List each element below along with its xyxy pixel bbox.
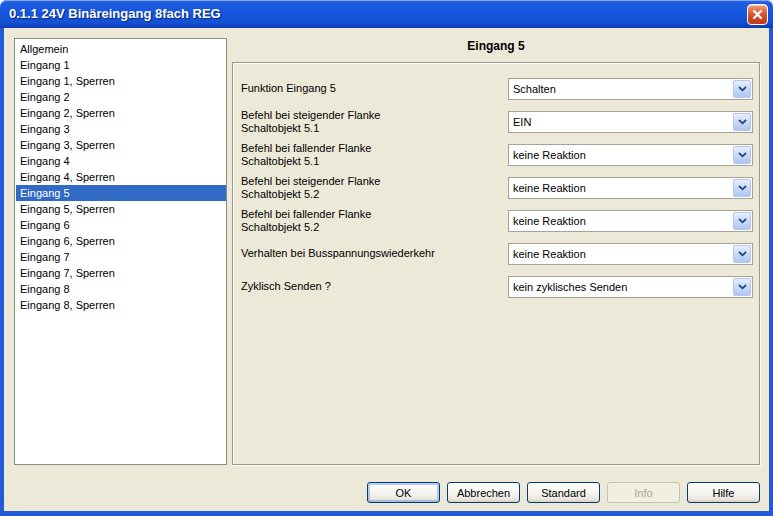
- parameter-label-line: Befehl bei fallender Flanke: [241, 142, 498, 155]
- dropdown-value: keine Reaktion: [509, 178, 752, 198]
- parameter-row: Befehl bei fallender FlankeSchaltobjekt …: [241, 204, 753, 237]
- dropdown-button[interactable]: [733, 80, 751, 98]
- parameter-label-line: Zyklisch Senden ?: [241, 280, 498, 293]
- parameter-label: Befehl bei fallender FlankeSchaltobjekt …: [241, 142, 508, 168]
- parameter-label-line: Schaltobjekt 5.1: [241, 122, 498, 135]
- dropdown-value: keine Reaktion: [509, 145, 752, 165]
- chevron-down-icon: [738, 284, 747, 290]
- dropdown-button[interactable]: [733, 113, 751, 131]
- parameter-row: Befehl bei steigender FlankeSchaltobjekt…: [241, 171, 753, 204]
- sidebar-item-eingang-3-sperren[interactable]: Eingang 3, Sperren: [16, 137, 226, 153]
- parameter-label-line: Befehl bei steigender Flanke: [241, 109, 498, 122]
- parameter-row: Zyklisch Senden ?kein zyklisches Senden: [241, 270, 753, 303]
- dropdown-value: keine Reaktion: [509, 244, 752, 264]
- cancel-button[interactable]: Abbrechen: [447, 482, 520, 503]
- chevron-down-icon: [738, 185, 747, 191]
- dialog-client-area: AllgemeinEingang 1Eingang 1, SperrenEing…: [4, 28, 769, 511]
- parameter-label: Befehl bei fallender FlankeSchaltobjekt …: [241, 208, 508, 234]
- sidebar-item-eingang-7[interactable]: Eingang 7: [16, 249, 226, 265]
- parameter-dropdown[interactable]: kein zyklisches Senden: [508, 276, 753, 298]
- parameter-label-line: Schaltobjekt 5.2: [241, 188, 498, 201]
- parameter-dropdown[interactable]: keine Reaktion: [508, 210, 753, 232]
- parameter-dropdown[interactable]: EIN: [508, 111, 753, 133]
- dropdown-button[interactable]: [733, 278, 751, 296]
- dropdown-value: keine Reaktion: [509, 211, 752, 231]
- parameter-dropdown[interactable]: keine Reaktion: [508, 144, 753, 166]
- parameter-row: Funktion Eingang 5Schalten: [241, 72, 753, 105]
- parameter-label: Zyklisch Senden ?: [241, 280, 508, 293]
- parameter-label-line: Funktion Eingang 5: [241, 82, 498, 95]
- sidebar-item-eingang-3[interactable]: Eingang 3: [16, 121, 226, 137]
- dialog-window: 0.1.1 24V Binäreingang 8fach REG Allgeme…: [0, 0, 773, 516]
- dropdown-button[interactable]: [733, 245, 751, 263]
- standard-button[interactable]: Standard: [527, 482, 600, 503]
- parameter-label-line: Schaltobjekt 5.2: [241, 221, 498, 234]
- parameter-dropdown[interactable]: Schalten: [508, 78, 753, 100]
- parameters-groupbox: Funktion Eingang 5SchaltenBefehl bei ste…: [232, 62, 760, 465]
- sidebar-item-eingang-2-sperren[interactable]: Eingang 2, Sperren: [16, 105, 226, 121]
- dropdown-button[interactable]: [733, 212, 751, 230]
- parameter-row: Verhalten bei Busspannungswiederkehrkein…: [241, 237, 753, 270]
- sidebar-item-eingang-4[interactable]: Eingang 4: [16, 153, 226, 169]
- parameter-label-line: Verhalten bei Busspannungswiederkehr: [241, 247, 498, 260]
- chevron-down-icon: [738, 251, 747, 257]
- close-button[interactable]: [747, 4, 768, 25]
- close-icon: [752, 9, 763, 20]
- dropdown-button[interactable]: [733, 146, 751, 164]
- sidebar-item-eingang-8-sperren[interactable]: Eingang 8, Sperren: [16, 297, 226, 313]
- help-button[interactable]: Hilfe: [687, 482, 760, 503]
- sidebar-item-eingang-5-sperren[interactable]: Eingang 5, Sperren: [16, 201, 226, 217]
- title-bar[interactable]: 0.1.1 24V Binäreingang 8fach REG: [0, 0, 773, 28]
- sidebar-item-eingang-5[interactable]: Eingang 5: [16, 185, 226, 201]
- parameter-label: Befehl bei steigender FlankeSchaltobjekt…: [241, 175, 508, 201]
- parameter-label: Verhalten bei Busspannungswiederkehr: [241, 247, 508, 260]
- sidebar-item-allgemein[interactable]: Allgemein: [16, 41, 226, 57]
- sidebar-item-eingang-6-sperren[interactable]: Eingang 6, Sperren: [16, 233, 226, 249]
- dropdown-value: EIN: [509, 112, 752, 132]
- sidebar-item-eingang-4-sperren[interactable]: Eingang 4, Sperren: [16, 169, 226, 185]
- parameter-label: Funktion Eingang 5: [241, 82, 508, 95]
- footer-button-row: OKAbbrechenStandardInfoHilfe: [367, 482, 760, 503]
- chevron-down-icon: [738, 152, 747, 158]
- parameter-label: Befehl bei steigender FlankeSchaltobjekt…: [241, 109, 508, 135]
- window-title: 0.1.1 24V Binäreingang 8fach REG: [9, 0, 221, 28]
- sidebar-item-eingang-6[interactable]: Eingang 6: [16, 217, 226, 233]
- chevron-down-icon: [738, 119, 747, 125]
- dropdown-value: Schalten: [509, 79, 752, 99]
- parameter-row: Befehl bei fallender FlankeSchaltobjekt …: [241, 138, 753, 171]
- page-title: Eingang 5: [232, 39, 760, 53]
- sidebar-item-eingang-7-sperren[interactable]: Eingang 7, Sperren: [16, 265, 226, 281]
- dropdown-value: kein zyklisches Senden: [509, 277, 752, 297]
- parameter-page-list: AllgemeinEingang 1Eingang 1, SperrenEing…: [14, 38, 227, 465]
- sidebar-item-eingang-1-sperren[interactable]: Eingang 1, Sperren: [16, 73, 226, 89]
- parameter-label-line: Befehl bei steigender Flanke: [241, 175, 498, 188]
- dropdown-button[interactable]: [733, 179, 751, 197]
- sidebar-item-eingang-8[interactable]: Eingang 8: [16, 281, 226, 297]
- chevron-down-icon: [738, 86, 747, 92]
- ok-button[interactable]: OK: [367, 482, 440, 503]
- parameter-row: Befehl bei steigender FlankeSchaltobjekt…: [241, 105, 753, 138]
- sidebar-item-eingang-1[interactable]: Eingang 1: [16, 57, 226, 73]
- sidebar-item-eingang-2[interactable]: Eingang 2: [16, 89, 226, 105]
- parameter-label-line: Schaltobjekt 5.1: [241, 155, 498, 168]
- chevron-down-icon: [738, 218, 747, 224]
- info-button: Info: [607, 482, 680, 503]
- parameter-label-line: Befehl bei fallender Flanke: [241, 208, 498, 221]
- parameter-dropdown[interactable]: keine Reaktion: [508, 177, 753, 199]
- parameter-dropdown[interactable]: keine Reaktion: [508, 243, 753, 265]
